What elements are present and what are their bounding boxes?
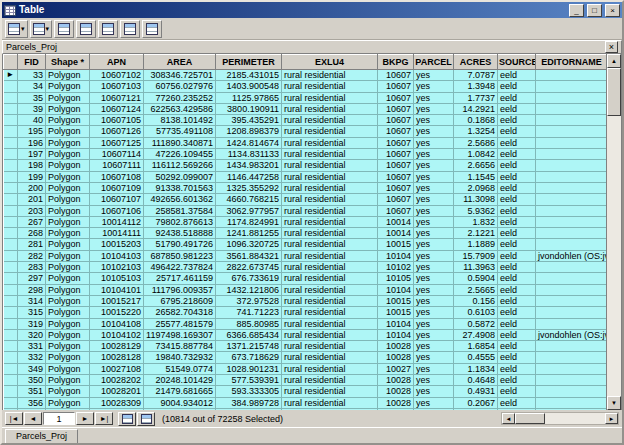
cell-acres[interactable]: 2.5665 bbox=[454, 284, 498, 295]
cell-bkpg[interactable]: 10607 bbox=[378, 160, 414, 171]
cell-exlu4[interactable]: rural residential bbox=[282, 228, 378, 239]
cell-editorname[interactable] bbox=[536, 295, 607, 306]
cell-perimeter[interactable]: 1325.355292 bbox=[216, 182, 282, 193]
column-header-area[interactable]: AREA bbox=[144, 55, 216, 70]
cell-perimeter[interactable]: 885.80985 bbox=[216, 318, 282, 329]
cell-shape[interactable]: Polygon bbox=[46, 115, 90, 126]
cell-editorname[interactable] bbox=[536, 397, 607, 408]
cell-area[interactable]: 92438.518888 bbox=[144, 228, 216, 239]
cell-perimeter[interactable]: 372.97528 bbox=[216, 295, 282, 306]
cell-bkpg[interactable]: 10014 bbox=[378, 216, 414, 227]
cell-area[interactable]: 8138.101492 bbox=[144, 115, 216, 126]
cell-editorname[interactable] bbox=[536, 171, 607, 182]
cell-bkpg[interactable]: 10015 bbox=[378, 239, 414, 250]
cell-editorname[interactable] bbox=[536, 363, 607, 374]
cell-exlu4[interactable]: rural residential bbox=[282, 262, 378, 273]
cell-perimeter[interactable]: 1432.121806 bbox=[216, 284, 282, 295]
cell-editorname[interactable] bbox=[536, 307, 607, 318]
cell-perimeter[interactable]: 2185.431015 bbox=[216, 70, 282, 81]
cell-shape[interactable]: Polygon bbox=[46, 352, 90, 363]
cell-acres[interactable]: 2.0968 bbox=[454, 182, 498, 193]
cell-apn[interactable]: 10104103 bbox=[90, 250, 144, 261]
cell-fid[interactable]: 315 bbox=[18, 307, 46, 318]
cell-exlu4[interactable]: rural residential bbox=[282, 273, 378, 284]
cell-acres[interactable]: 7.0787 bbox=[454, 70, 498, 81]
cell-source[interactable]: eeld bbox=[498, 284, 536, 295]
cell-bkpg[interactable]: 10104 bbox=[378, 250, 414, 261]
cell-apn[interactable]: 10607126 bbox=[90, 126, 144, 137]
cell-perimeter[interactable]: 3800.190911 bbox=[216, 103, 282, 114]
cell-perimeter[interactable]: 1434.983201 bbox=[216, 160, 282, 171]
cell-editorname[interactable] bbox=[536, 92, 607, 103]
cell-area[interactable]: 60756.027976 bbox=[144, 81, 216, 92]
find-button[interactable] bbox=[142, 20, 162, 38]
cell-exlu4[interactable]: rural residential bbox=[282, 194, 378, 205]
cell-exlu4[interactable]: rural residential bbox=[282, 284, 378, 295]
cell-parcel[interactable]: yes bbox=[414, 70, 454, 81]
cell-bkpg[interactable]: 10028 bbox=[378, 386, 414, 397]
cell-acres[interactable]: 11.3963 bbox=[454, 262, 498, 273]
cell-bkpg[interactable]: 10015 bbox=[378, 295, 414, 306]
cell-apn[interactable]: 10015220 bbox=[90, 307, 144, 318]
horizontal-scroll-track[interactable] bbox=[515, 413, 605, 424]
switch-selection-button[interactable] bbox=[98, 20, 118, 38]
cell-parcel[interactable]: yes bbox=[414, 307, 454, 318]
table-properties-button[interactable]: ▾ bbox=[30, 20, 53, 38]
cell-apn[interactable]: 10028129 bbox=[90, 341, 144, 352]
record-selector-cell[interactable] bbox=[4, 352, 18, 363]
cell-bkpg[interactable]: 10027 bbox=[378, 363, 414, 374]
cell-bkpg[interactable]: 10028 bbox=[378, 341, 414, 352]
record-selector-cell[interactable] bbox=[4, 103, 18, 114]
cell-exlu4[interactable]: rural residential bbox=[282, 137, 378, 148]
column-header-bkpg[interactable]: BKPG bbox=[378, 55, 414, 70]
record-selector-cell[interactable] bbox=[4, 262, 18, 273]
cell-source[interactable]: eeld bbox=[498, 386, 536, 397]
scroll-left-button[interactable]: ◄ bbox=[502, 413, 515, 424]
column-header-parcel[interactable]: PARCEL bbox=[414, 55, 454, 70]
cell-editorname[interactable] bbox=[536, 239, 607, 250]
cell-bkpg[interactable]: 10028 bbox=[378, 352, 414, 363]
cell-shape[interactable]: Polygon bbox=[46, 103, 90, 114]
cell-editorname[interactable] bbox=[536, 126, 607, 137]
cell-parcel[interactable]: yes bbox=[414, 228, 454, 239]
cell-perimeter[interactable]: 3062.977957 bbox=[216, 205, 282, 216]
cell-source[interactable]: eeld bbox=[498, 194, 536, 205]
cell-area[interactable]: 25577.481579 bbox=[144, 318, 216, 329]
cell-editorname[interactable] bbox=[536, 103, 607, 114]
column-header-perimeter[interactable]: PERIMETER bbox=[216, 55, 282, 70]
cell-acres[interactable]: 11.3098 bbox=[454, 194, 498, 205]
cell-exlu4[interactable]: rural residential bbox=[282, 149, 378, 160]
cell-fid[interactable]: 332 bbox=[18, 352, 46, 363]
cell-exlu4[interactable]: rural residential bbox=[282, 341, 378, 352]
cell-source[interactable]: eeld bbox=[498, 329, 536, 340]
record-selector-cell[interactable] bbox=[4, 386, 18, 397]
record-selector-cell[interactable] bbox=[4, 81, 18, 92]
cell-parcel[interactable]: yes bbox=[414, 216, 454, 227]
cell-source[interactable]: eeld bbox=[498, 149, 536, 160]
cell-bkpg[interactable]: 10607 bbox=[378, 92, 414, 103]
cell-editorname[interactable] bbox=[536, 160, 607, 171]
cell-apn[interactable]: 10102103 bbox=[90, 262, 144, 273]
cell-acres[interactable]: 0.5904 bbox=[454, 273, 498, 284]
cell-shape[interactable]: Polygon bbox=[46, 70, 90, 81]
record-selector-cell[interactable] bbox=[4, 92, 18, 103]
cell-area[interactable]: 25717.461159 bbox=[144, 273, 216, 284]
cell-apn[interactable]: 10015203 bbox=[90, 239, 144, 250]
cell-shape[interactable]: Polygon bbox=[46, 375, 90, 386]
cell-area[interactable]: 91338.701563 bbox=[144, 182, 216, 193]
cell-shape[interactable]: Polygon bbox=[46, 341, 90, 352]
cell-apn[interactable]: 10607106 bbox=[90, 205, 144, 216]
cell-apn[interactable]: 10104101 bbox=[90, 284, 144, 295]
cell-area[interactable]: 308346.725701 bbox=[144, 70, 216, 81]
previous-record-button[interactable]: ◄ bbox=[24, 412, 42, 425]
cell-shape[interactable]: Polygon bbox=[46, 81, 90, 92]
cell-shape[interactable]: Polygon bbox=[46, 284, 90, 295]
first-record-button[interactable]: |◄ bbox=[5, 412, 23, 425]
cell-editorname[interactable] bbox=[536, 375, 607, 386]
cell-exlu4[interactable]: rural residential bbox=[282, 318, 378, 329]
cell-acres[interactable]: 1.3948 bbox=[454, 81, 498, 92]
cell-exlu4[interactable]: rural residential bbox=[282, 386, 378, 397]
cell-shape[interactable]: Polygon bbox=[46, 295, 90, 306]
cell-apn[interactable]: 10028202 bbox=[90, 375, 144, 386]
cell-apn[interactable]: 10028201 bbox=[90, 386, 144, 397]
